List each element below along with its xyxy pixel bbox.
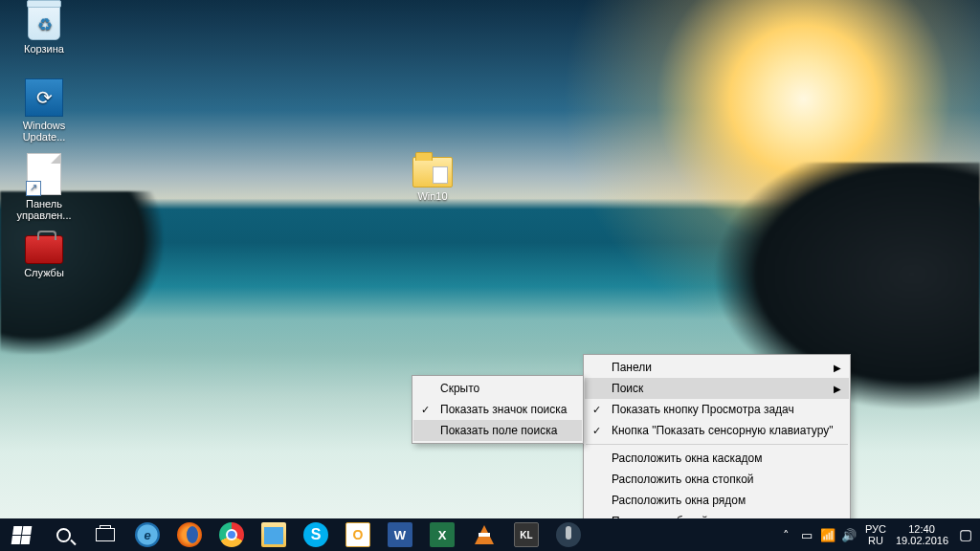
taskbar-app-excel[interactable]: X <box>421 518 463 551</box>
tray-time: 12:40 <box>896 523 947 535</box>
menu-item-label: Расположить окна рядом <box>612 494 746 507</box>
taskbar-app-teamspeak[interactable] <box>547 518 590 551</box>
word-icon: W <box>388 522 412 547</box>
chrome-icon <box>219 522 244 547</box>
toolbox-icon <box>25 235 63 264</box>
menu-item-label: Панели <box>612 361 652 374</box>
skype-icon: S <box>303 522 328 547</box>
desktop-icon-windows-update[interactable]: ⟳ Windows Update... <box>8 78 80 143</box>
outlook-icon: O <box>345 522 370 547</box>
taskbar-app-vlc[interactable] <box>463 518 505 551</box>
taskbar-app-ie[interactable]: e <box>126 518 168 551</box>
desktop-icon-label: Службы <box>8 267 80 278</box>
desktop-icon-label: Корзина <box>8 43 80 55</box>
menu-item-search[interactable]: Поиск ▶ <box>585 378 849 399</box>
tray-date: 19.02.2016 <box>896 535 947 546</box>
system-tray: ˄ ▭ 📶 🔊 РУС RU 12:40 19.02.2016 ▢ <box>775 518 980 551</box>
menu-item-label: Показать поле поиска <box>440 424 557 437</box>
tray-lang-line1: РУС <box>859 523 892 535</box>
windows-logo-icon <box>11 526 32 544</box>
submenu-arrow-icon: ▶ <box>834 384 841 394</box>
menu-item-panels[interactable]: Панели ▶ <box>585 357 849 378</box>
check-icon: ✓ <box>421 404 430 416</box>
taskbar-app-outlook[interactable]: O <box>337 518 379 551</box>
menu-item-show-search-icon[interactable]: ✓ Показать значок поиска <box>413 399 582 420</box>
tray-action-center-icon[interactable]: ▢ <box>951 526 980 543</box>
menu-item-show-search-field[interactable]: Показать поле поиска <box>413 420 582 441</box>
menu-item-side-by-side-windows[interactable]: Расположить окна рядом <box>585 490 849 511</box>
tray-chevron-up-icon[interactable]: ˄ <box>775 528 796 542</box>
desktop-icon-services[interactable]: Службы <box>8 228 80 278</box>
desktop-icon-label: Win10 <box>396 190 469 202</box>
taskbar-app-chrome[interactable] <box>211 518 253 551</box>
menu-item-show-touch-keyboard[interactable]: ✓ Кнопка "Показать сенсорную клавиатуру" <box>585 420 849 441</box>
tray-clock[interactable]: 12:40 19.02.2016 <box>892 523 951 546</box>
menu-item-label: Скрыто <box>440 382 479 395</box>
menu-item-label: Кнопка "Показать сенсорную клавиатуру" <box>612 424 834 437</box>
start-button[interactable] <box>0 518 42 551</box>
check-icon: ✓ <box>592 425 601 437</box>
file-explorer-icon <box>261 522 286 547</box>
desktop-icon-control-panel[interactable]: Панель управлен... <box>8 153 80 221</box>
desktop-icon-label: Windows Update... <box>8 120 80 143</box>
recycle-bin-icon: ♻ <box>28 4 60 40</box>
headset-icon <box>556 522 581 547</box>
menu-item-cascade-windows[interactable]: Расположить окна каскадом <box>585 448 849 469</box>
taskbar-search-button[interactable] <box>42 518 84 551</box>
taskbar-app-klite[interactable]: KL <box>505 518 547 551</box>
desktop-icon-recycle-bin[interactable]: ♻ Корзина <box>8 4 80 55</box>
tray-battery-icon[interactable]: ▭ <box>796 528 817 542</box>
menu-item-label: Показать значок поиска <box>440 403 567 416</box>
task-view-icon <box>96 528 115 541</box>
desktop-icon-win10-folder[interactable]: Win10 <box>396 153 469 202</box>
tray-lang-line2: RU <box>859 535 892 546</box>
search-submenu: Скрыто ✓ Показать значок поиска Показать… <box>412 375 584 444</box>
taskbar-app-word[interactable]: W <box>379 518 421 551</box>
taskbar[interactable]: e S O W X KL ˄ ▭ 📶 🔊 РУС RU 12:40 19.02.… <box>0 518 980 551</box>
menu-item-label: Расположить окна каскадом <box>612 452 763 465</box>
vlc-icon <box>475 525 494 544</box>
menu-separator <box>586 444 848 445</box>
menu-item-stack-windows[interactable]: Расположить окна стопкой <box>585 469 849 490</box>
menu-item-label: Показать кнопку Просмотра задач <box>612 403 794 416</box>
tray-volume-icon[interactable]: 🔊 <box>838 528 859 542</box>
menu-item-label: Расположить окна стопкой <box>612 473 754 486</box>
desktop[interactable]: ♻ Корзина ⟳ Windows Update... Панель упр… <box>0 0 980 551</box>
desktop-icon-label: Панель управлен... <box>8 198 80 221</box>
search-icon <box>56 528 71 542</box>
task-view-button[interactable] <box>84 518 126 551</box>
internet-explorer-icon: e <box>135 522 160 547</box>
taskbar-app-skype[interactable]: S <box>295 518 337 551</box>
menu-item-search-hidden[interactable]: Скрыто <box>413 378 582 399</box>
shortcut-icon <box>27 153 61 195</box>
tray-network-icon[interactable]: 📶 <box>817 528 838 542</box>
taskbar-app-explorer[interactable] <box>253 518 295 551</box>
excel-icon: X <box>430 522 455 547</box>
menu-item-show-taskview-button[interactable]: ✓ Показать кнопку Просмотра задач <box>585 399 849 420</box>
folder-icon <box>412 157 453 187</box>
taskbar-app-firefox[interactable] <box>168 518 211 551</box>
submenu-arrow-icon: ▶ <box>834 363 841 373</box>
firefox-icon <box>177 522 202 547</box>
menu-item-label: Поиск <box>612 382 643 395</box>
windows-update-icon: ⟳ <box>25 78 63 117</box>
codec-icon: KL <box>514 522 539 547</box>
tray-language-indicator[interactable]: РУС RU <box>859 523 892 546</box>
check-icon: ✓ <box>592 404 601 416</box>
